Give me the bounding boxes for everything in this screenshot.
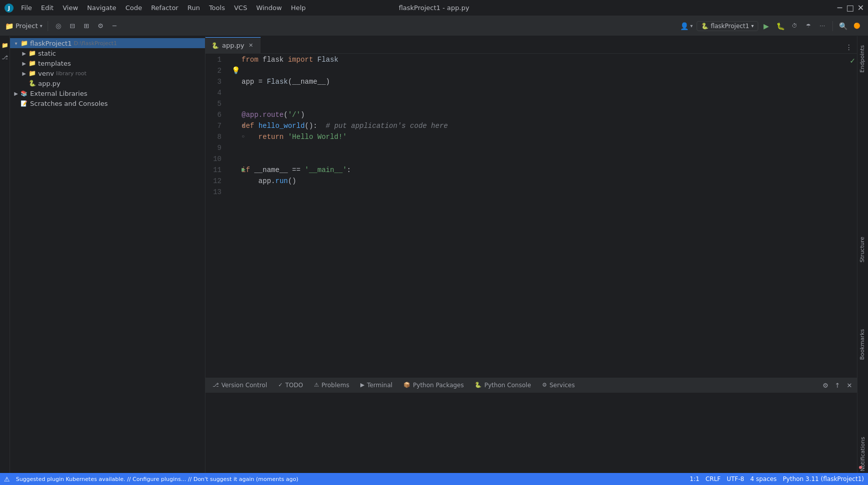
tree-item-external[interactable]: ▶ 📚 External Libraries — [10, 88, 205, 98]
linenum-10: 10 — [209, 153, 222, 165]
project-name-label: Project — [16, 22, 38, 30]
console-label: Python Console — [484, 382, 531, 389]
menu-item-view[interactable]: View — [59, 3, 82, 13]
profile-button[interactable]: ⏱ — [788, 20, 800, 32]
tree-item-static[interactable]: ▶ 📁 static — [10, 48, 205, 58]
tab-problems[interactable]: ⚠ Problems — [309, 379, 354, 393]
app-var2: app — [259, 176, 271, 187]
config-icon: 🐍 — [701, 23, 709, 30]
menu-item-vcs[interactable]: VCS — [230, 3, 251, 13]
search-btn[interactable]: 🔍 — [837, 20, 849, 32]
menu-item-edit[interactable]: Edit — [37, 3, 58, 13]
bottom-settings-btn[interactable]: ⚙ — [820, 380, 831, 391]
linenum-8: 8 — [209, 131, 222, 142]
menu-item-run[interactable]: Run — [183, 3, 204, 13]
code-editor[interactable]: 1 2 3 4 5 6 7 8 9 10 11 12 13 ✓ from fla… — [205, 54, 857, 378]
static-toggle-icon[interactable]: ▶ — [20, 49, 28, 57]
menu-item-code[interactable]: Code — [121, 3, 146, 13]
coverage-button[interactable]: ☂ — [802, 20, 814, 32]
bottom-close-btn[interactable]: ✕ — [844, 380, 855, 391]
collapse-all-btn[interactable]: ⊟ — [67, 21, 78, 32]
bookmarks-label[interactable]: Bookmarks — [858, 325, 866, 364]
tab-python-packages[interactable]: 📦 Python Packages — [398, 379, 469, 393]
bottom-content — [205, 393, 857, 473]
templates-toggle-icon[interactable]: ▶ — [20, 59, 28, 67]
run-config-selector[interactable]: 🐍 flaskProject1 ▾ — [697, 21, 758, 31]
expand-all-btn[interactable]: ⊞ — [81, 21, 92, 32]
run-button[interactable]: ▶ — [760, 20, 772, 32]
tab-apppy[interactable]: 🐍 app.py ✕ — [205, 37, 261, 53]
position-indicator[interactable]: 1:1 — [690, 475, 699, 482]
toolbar-sep2 — [832, 21, 833, 31]
menu-item-refactor[interactable]: Refactor — [147, 3, 182, 13]
warning-text[interactable]: Suggested plugin Kubernetes available. /… — [16, 476, 684, 482]
code-line-13 — [242, 187, 857, 198]
paren-close: ) — [326, 76, 330, 87]
root-toggle-icon[interactable]: ▾ — [12, 39, 20, 47]
indent2 — [242, 176, 259, 187]
debug-button[interactable]: 🐛 — [774, 20, 786, 32]
settings-btn[interactable]: ⚙ — [95, 21, 106, 32]
tab-todo[interactable]: ✓ TODO — [273, 379, 308, 393]
menu-item-window[interactable]: Window — [252, 3, 286, 13]
user-icon[interactable]: 👤 — [680, 22, 689, 30]
services-icon: ⚙ — [542, 382, 547, 388]
interpreter-indicator[interactable]: Python 3.11 (flaskProject1) — [783, 475, 864, 482]
user-dropdown[interactable]: ▾ — [690, 23, 693, 29]
user-avatar-btn[interactable]: 🟠 — [851, 20, 863, 32]
locate-in-tree-btn[interactable]: ◎ — [53, 21, 64, 32]
line-ending-indicator[interactable]: CRLF — [706, 475, 721, 482]
breakpoint-icon[interactable]: ○ — [242, 131, 245, 142]
code-line-11: ▶ if __name__ == '__main__': — [242, 165, 857, 176]
tree-item-templates[interactable]: ▶ 📁 templates — [10, 58, 205, 68]
bottom-expand-btn[interactable]: ↑ — [832, 380, 843, 391]
tab-terminal[interactable]: ▶ Terminal — [355, 379, 397, 393]
endpoints-label[interactable]: Endpoints — [858, 41, 866, 77]
venv-toggle-icon[interactable]: ▶ — [20, 69, 28, 77]
notifications-area[interactable]: Notifications — [858, 450, 866, 458]
run-line-icon[interactable]: ▶ — [242, 165, 246, 176]
tab-version-control[interactable]: ⎇ Version Control — [207, 379, 272, 393]
close-button[interactable]: ✕ — [857, 5, 864, 11]
maximize-button[interactable]: □ — [847, 5, 853, 11]
hint-bulb-icon[interactable]: 💡 — [232, 65, 240, 76]
tree-root[interactable]: ▾ 📁 flaskProject1 D:\flaskProject1 — [10, 38, 205, 48]
fold-icon[interactable]: ▾ — [242, 120, 245, 131]
tab-python-console[interactable]: 🐍 Python Console — [470, 379, 536, 393]
more-run-btn[interactable]: ⋯ — [816, 20, 828, 32]
indent-indicator[interactable]: 4 spaces — [750, 475, 777, 482]
project-dropdown-icon[interactable]: ▾ — [40, 23, 42, 29]
external-toggle-icon[interactable]: ▶ — [12, 89, 20, 97]
sidebar-git-icon[interactable]: ⎇ — [0, 52, 10, 62]
toolbar-separator — [48, 21, 48, 31]
menu-item-file[interactable]: File — [17, 3, 36, 13]
services-label: Services — [549, 382, 575, 389]
toolbar: 📁 Project ▾ ◎ ⊟ ⊞ ⚙ ─ 👤 ▾ 🐍 flaskProject… — [0, 16, 868, 36]
code-content[interactable]: ✓ from flask import Flask 💡 app = Flask(… — [228, 54, 857, 378]
tab-overflow-btn[interactable]: ⋮ — [843, 41, 855, 53]
window-title: flaskProject1 - app.py — [399, 4, 470, 12]
apppy-label: app.py — [38, 80, 61, 87]
tab-close-btn[interactable]: ✕ — [248, 42, 255, 49]
minimize-button[interactable]: ─ — [836, 5, 843, 11]
linenum-13: 13 — [209, 187, 222, 198]
toolbar-right: 👤 ▾ 🐍 flaskProject1 ▾ ▶ 🐛 ⏱ ☂ ⋯ 🔍 🟠 — [680, 20, 863, 32]
menu-item-navigate[interactable]: Navigate — [83, 3, 120, 13]
menu-item-help[interactable]: Help — [287, 3, 310, 13]
sidebar-files-icon[interactable]: 📁 — [0, 40, 10, 50]
tab-services[interactable]: ⚙ Services — [537, 379, 580, 393]
tree-item-venv[interactable]: ▶ 📁 venv library root — [10, 68, 205, 78]
templates-folder-icon: 📁 — [28, 59, 36, 67]
hello-world-str: 'Hello World!' — [288, 131, 347, 142]
encoding-indicator[interactable]: UTF-8 — [727, 475, 744, 482]
tree-item-scratches[interactable]: 📝 Scratches and Consoles — [10, 98, 205, 108]
code-line-9 — [242, 142, 857, 153]
status-bar: ⚠ Suggested plugin Kubernetes available.… — [0, 473, 868, 485]
config-dropdown-icon: ▾ — [751, 23, 754, 29]
tree-item-apppy[interactable]: 🐍 app.py — [10, 78, 205, 88]
comment1: # put application's code here — [326, 120, 448, 131]
hide-panel-btn[interactable]: ─ — [109, 21, 120, 32]
structure-label[interactable]: Structure — [858, 233, 866, 266]
scratches-icon: 📝 — [20, 99, 28, 107]
menu-item-tools[interactable]: Tools — [205, 3, 229, 13]
